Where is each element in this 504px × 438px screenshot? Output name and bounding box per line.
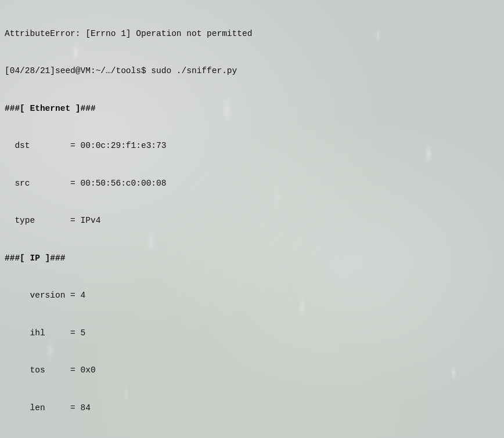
ip-ihl: ihl = 5 [5,327,499,339]
terminal-output: AttributeError: [Errno 1] Operation not … [0,0,504,438]
eth-type-1: type = IPv4 [5,215,499,227]
ip-header: ###[ IP ]### [5,252,499,265]
ip-version: version = 4 [5,289,499,302]
prompt-line: [04/28/21]seed@VM:~/…/tools$ sudo ./snif… [5,65,499,77]
error-line: AttributeError: [Errno 1] Operation not … [5,28,499,40]
ip-len: len = 84 [5,402,499,414]
ip-tos: tos = 0x0 [5,364,499,377]
eth-dst-1: dst = 00:0c:29:f1:e3:73 [5,140,499,152]
ethernet-header-1: ###[ Ethernet ]### [5,103,499,115]
eth-src-1: src = 00:50:56:c0:00:08 [5,178,499,190]
